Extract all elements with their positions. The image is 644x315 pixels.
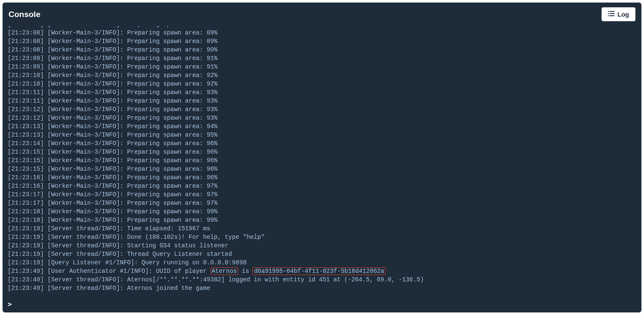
log-line: [21:23:19] [Server thread/INFO]: Startin… <box>8 241 636 250</box>
log-line: [21:23:12] [Worker-Main-3/INFO]: Prepari… <box>8 105 636 114</box>
log-line: [21:23:49] [User Authenticator #1/INFO]:… <box>8 267 636 275</box>
player-name-highlight: Aternos <box>210 267 238 275</box>
console-body[interactable]: [21:23:07] [Worker-Main-3/INFO]: Prepari… <box>3 26 641 298</box>
log-line: [21:23:08] [Worker-Main-3/INFO]: Prepari… <box>8 46 636 54</box>
log-line: [21:23:49] [Server thread/INFO]: Aternos… <box>8 284 636 292</box>
log-line: [21:23:15] [Worker-Main-3/INFO]: Prepari… <box>8 165 636 173</box>
log-line: [21:23:13] [Worker-Main-3/INFO]: Prepari… <box>8 131 636 139</box>
log-line: [21:23:11] [Worker-Main-3/INFO]: Prepari… <box>8 97 636 105</box>
log-line: [21:23:09] [Worker-Main-3/INFO]: Prepari… <box>8 63 636 71</box>
log-line: [21:23:12] [Worker-Main-3/INFO]: Prepari… <box>8 114 636 122</box>
log-line: [21:23:18] [Worker-Main-3/INFO]: Prepari… <box>8 207 636 216</box>
console-title: Console <box>9 10 40 19</box>
log-line: [21:23:10] [Worker-Main-3/INFO]: Prepari… <box>8 71 636 80</box>
log-line: [21:23:49] [Server thread/INFO]: Aternos… <box>8 275 636 284</box>
log-line: [21:23:17] [Worker-Main-3/INFO]: Prepari… <box>8 190 636 199</box>
log-line: [21:23:19] [Server thread/INFO]: Time el… <box>8 224 636 233</box>
log-line: [21:23:16] [Worker-Main-3/INFO]: Prepari… <box>8 173 636 182</box>
log-line: [21:23:09] [Worker-Main-3/INFO]: Prepari… <box>8 54 636 63</box>
log-lines: [21:23:07] [Worker-Main-3/INFO]: Prepari… <box>8 26 636 292</box>
log-line: [21:23:15] [Worker-Main-3/INFO]: Prepari… <box>8 148 636 156</box>
uuid-highlight: d6a91995-04bf-4f11-823f-5b18d412062a <box>252 267 386 275</box>
log-line: [21:23:14] [Worker-Main-3/INFO]: Prepari… <box>8 139 636 148</box>
log-line: [21:23:19] [Server thread/INFO]: Done (1… <box>8 233 636 241</box>
list-icon <box>608 11 615 18</box>
log-line: [21:23:19] [Query Listener #1/INFO]: Que… <box>8 258 636 267</box>
log-line: [21:23:10] [Worker-Main-3/INFO]: Prepari… <box>8 80 636 88</box>
log-line: [21:23:08] [Worker-Main-3/INFO]: Prepari… <box>8 37 636 46</box>
log-line: [21:23:19] [Server thread/INFO]: Thread … <box>8 250 636 258</box>
log-line: [21:23:16] [Worker-Main-3/INFO]: Prepari… <box>8 182 636 190</box>
prompt-caret-icon: > <box>8 300 12 308</box>
log-line: [21:23:08] [Worker-Main-3/INFO]: Prepari… <box>8 29 636 37</box>
log-button[interactable]: Log <box>601 7 636 21</box>
console-header: Console Log <box>3 3 641 26</box>
log-line: [21:23:15] [Worker-Main-3/INFO]: Prepari… <box>8 156 636 165</box>
console-panel: Console Log [21:23:07] [Worker-Main-3/IN… <box>3 3 641 312</box>
log-line: [21:23:11] [Worker-Main-3/INFO]: Prepari… <box>8 88 636 97</box>
log-line: [21:23:18] [Worker-Main-3/INFO]: Prepari… <box>8 216 636 224</box>
log-button-label: Log <box>618 11 630 18</box>
console-input-row[interactable]: > <box>3 298 641 312</box>
log-line: [21:23:17] [Worker-Main-3/INFO]: Prepari… <box>8 199 636 207</box>
log-line: [21:23:13] [Worker-Main-3/INFO]: Prepari… <box>8 122 636 131</box>
